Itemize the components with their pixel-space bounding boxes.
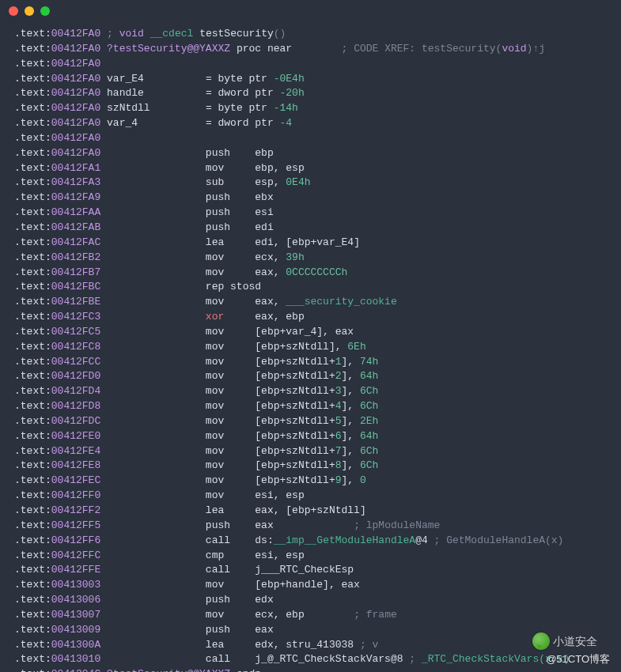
asm-line[interactable]: .text:00412FB7 mov eax, 0CCCCCCCCh — [14, 266, 613, 281]
asm-line[interactable]: .text:00412FAA push esi — [14, 206, 613, 221]
segment-prefix: .text: — [14, 459, 51, 471]
asm-line[interactable]: .text:00412FA0 push ebp — [14, 146, 613, 161]
address: 00412FF2 — [51, 504, 100, 516]
asm-line[interactable]: .text:00412FA0 szNtdll = byte ptr -14h — [14, 101, 613, 116]
address: 0041300A — [51, 639, 100, 651]
segment-prefix: .text: — [14, 281, 51, 293]
address: 00412FAB — [51, 221, 100, 233]
asm-line[interactable]: .text:00412FE0 mov [ebp+szNtdll+6], 64h — [14, 429, 613, 444]
close-icon[interactable] — [9, 6, 18, 16]
asm-line[interactable]: .text:00412FFE call j___RTC_CheckEsp — [14, 563, 613, 578]
asm-line[interactable]: .text:00413006 push edx — [14, 593, 613, 608]
segment-prefix: .text: — [14, 504, 51, 516]
asm-line[interactable]: .text:00412FE4 mov [ebp+szNtdll+7], 6Ch — [14, 444, 613, 459]
asm-line[interactable]: .text:00412FEC mov [ebp+szNtdll+9], 0 — [14, 474, 613, 489]
asm-line[interactable]: .text:00412FF5 push eax ; lpModuleName — [14, 519, 613, 534]
asm-line[interactable]: .text:00412FFC cmp esi, esp — [14, 549, 613, 564]
asm-line[interactable]: .text:00412FA0 var_4 = dword ptr -4 — [14, 116, 613, 131]
segment-prefix: .text: — [14, 296, 51, 308]
asm-line[interactable]: .text:00412FCC mov [ebp+szNtdll+1], 74h — [14, 355, 613, 370]
address: 00412FF5 — [51, 519, 100, 531]
asm-line[interactable]: .text:00412FD0 mov [ebp+szNtdll+2], 64h — [14, 369, 613, 384]
asm-line[interactable]: .text:00413009 push eax — [14, 623, 613, 638]
segment-prefix: .text: — [14, 176, 51, 188]
address: 00413006 — [51, 594, 100, 606]
asm-line[interactable]: .text:00412FA0 var_E4 = byte ptr -0E4h — [14, 72, 613, 87]
segment-prefix: .text: — [14, 639, 51, 651]
segment-prefix: .text: — [14, 73, 51, 85]
asm-line[interactable]: .text:00412FDC mov [ebp+szNtdll+5], 2Eh — [14, 414, 613, 429]
address: 00412FD8 — [51, 400, 100, 412]
asm-line[interactable]: .text:00412FA0 — [14, 57, 613, 72]
address: 00412FC8 — [51, 341, 100, 353]
address: 00412FCC — [51, 356, 100, 368]
asm-line[interactable]: .text:00412FA0 ?testSecurity@@YAXXZ proc… — [14, 42, 613, 57]
segment-prefix: .text: — [14, 266, 51, 278]
asm-line[interactable]: .text:00412FE8 mov [ebp+szNtdll+8], 6Ch — [14, 459, 613, 474]
address: 00412FA0 — [51, 87, 100, 99]
asm-line[interactable]: .text:00412FF6 call ds:__imp__GetModuleH… — [14, 534, 613, 549]
address: 00412FA0 — [51, 102, 100, 114]
address: 00412FA0 — [51, 43, 100, 55]
address: 00412FFC — [51, 549, 100, 561]
asm-line[interactable]: .text:00412FD8 mov [ebp+szNtdll+4], 6Ch — [14, 399, 613, 414]
minimize-icon[interactable] — [25, 6, 34, 16]
asm-line[interactable]: .text:00412FA3 sub esp, 0E4h — [14, 176, 613, 191]
asm-line[interactable]: .text:00412FA0 ; void __cdecl testSecuri… — [14, 27, 613, 42]
asm-line[interactable]: .text:00412FA1 mov ebp, esp — [14, 161, 613, 176]
address: 00413010 — [51, 653, 100, 665]
segment-prefix: .text: — [14, 430, 51, 442]
address: 00412FA9 — [51, 191, 100, 203]
asm-line[interactable]: .text:00413007 mov ecx, ebp ; frame — [14, 608, 613, 623]
asm-line[interactable]: .text:00412FBE mov eax, ___security_cook… — [14, 295, 613, 310]
segment-prefix: .text: — [14, 147, 51, 159]
asm-line[interactable]: .text:00412FC5 mov [ebp+var_4], eax — [14, 325, 613, 340]
disassembly-listing[interactable]: .text:00412FA0 ; void __cdecl testSecuri… — [0, 22, 621, 672]
zoom-icon[interactable] — [40, 6, 50, 16]
address: 00412FDC — [51, 415, 100, 427]
address: 00412FF0 — [51, 489, 100, 501]
footer-credit: @51CTO博客 — [546, 652, 610, 667]
segment-prefix: .text: — [14, 609, 51, 621]
segment-prefix: .text: — [14, 534, 51, 546]
segment-prefix: .text: — [14, 58, 51, 70]
asm-line[interactable]: .text:00413010 call j_@_RTC_CheckStackVa… — [14, 652, 613, 667]
asm-line[interactable]: .text:00412FB2 mov ecx, 39h — [14, 251, 613, 266]
address: 00413007 — [51, 609, 100, 621]
asm-line[interactable]: .text:00412FA0 — [14, 131, 613, 146]
watermark-text: 小道安全 — [553, 633, 597, 649]
segment-prefix: .text: — [14, 445, 51, 457]
asm-line[interactable]: .text:00412FF2 lea eax, [ebp+szNtdll] — [14, 504, 613, 519]
segment-prefix: .text: — [14, 594, 51, 606]
address: 00412FA0 — [51, 73, 100, 85]
asm-line[interactable]: .text:00412FAB push edi — [14, 221, 613, 236]
address: 00412FA1 — [51, 162, 100, 174]
asm-line[interactable]: .text:00413003 mov [ebp+handle], eax — [14, 578, 613, 593]
segment-prefix: .text: — [14, 385, 51, 397]
asm-line[interactable]: .text:00412FAC lea edi, [ebp+var_E4] — [14, 236, 613, 251]
asm-line[interactable]: .text:00412FD4 mov [ebp+szNtdll+3], 6Ch — [14, 384, 613, 399]
asm-line[interactable]: .text:00412FC8 mov [ebp+szNtdll], 6Eh — [14, 340, 613, 355]
segment-prefix: .text: — [14, 43, 51, 55]
address: 00412FAC — [51, 236, 100, 248]
address: 00412FA0 — [51, 132, 100, 144]
wechat-icon — [532, 632, 550, 650]
asm-line[interactable]: .text:00412FF0 mov esi, esp — [14, 489, 613, 504]
address: 00412FA0 — [51, 58, 100, 70]
asm-line[interactable]: .text:00412FC3 xor eax, ebp — [14, 310, 613, 325]
asm-line[interactable]: .text:0041300A lea edx, stru_413038 ; v — [14, 638, 613, 653]
segment-prefix: .text: — [14, 251, 51, 263]
segment-prefix: .text: — [14, 549, 51, 561]
address: 00413009 — [51, 624, 100, 636]
address: 00412FC3 — [51, 311, 100, 323]
segment-prefix: .text: — [14, 87, 51, 99]
segment-prefix: .text: — [14, 519, 51, 531]
segment-prefix: .text: — [14, 102, 51, 114]
asm-line[interactable]: .text:00412FA0 handle = dword ptr -20h — [14, 86, 613, 101]
segment-prefix: .text: — [14, 341, 51, 353]
asm-line[interactable]: .text:00412FBC rep stosd — [14, 280, 613, 295]
asm-line[interactable]: .text:00412FA9 push ebx — [14, 191, 613, 206]
asm-line[interactable]: .text:0041304C ?testSecurity@@YAXXZ endp — [14, 667, 613, 672]
address: 00412FE0 — [51, 430, 100, 442]
address: 00412FA0 — [51, 117, 100, 129]
